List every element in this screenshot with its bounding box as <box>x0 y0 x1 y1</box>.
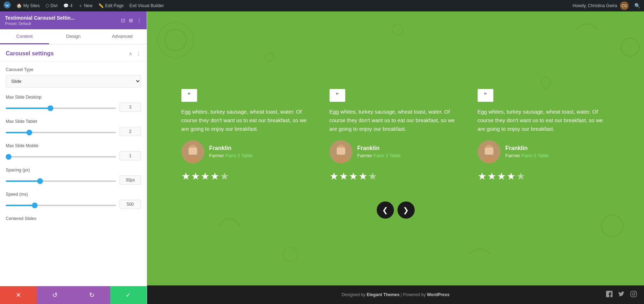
comment-icon: 💬 <box>63 3 69 8</box>
speed-slider[interactable] <box>6 205 116 206</box>
card-text: Egg whites, turkey sausage, wheat toast,… <box>181 108 314 133</box>
max-slide-mobile-row <box>6 151 141 160</box>
spacing-value[interactable] <box>119 175 141 185</box>
my-sites-item[interactable]: 🏠 My Sites <box>16 3 40 8</box>
author-link[interactable]: Farm 2 Table <box>225 153 253 158</box>
max-slide-desktop-value[interactable] <box>119 103 141 112</box>
speed-value[interactable] <box>119 200 141 209</box>
footer-text: Designed by Elegant Themes | Powered by … <box>342 292 450 297</box>
redo-icon: ↻ <box>89 291 94 299</box>
site-footer: Designed by Elegant Themes | Powered by … <box>147 285 644 304</box>
redo-button[interactable]: ↻ <box>73 286 110 304</box>
main-layout: Testimonial Carousel Settin... Preset: D… <box>0 11 644 304</box>
comment-count: 4 <box>70 3 73 8</box>
svg-point-25 <box>635 292 636 293</box>
grid-icon[interactable]: ⊞ <box>129 18 133 23</box>
svg-rect-23 <box>631 291 636 297</box>
max-slide-tablet-slider[interactable] <box>6 132 116 133</box>
quote-box: " <box>181 89 197 102</box>
svg-rect-5 <box>265 52 275 62</box>
reset-button[interactable]: ↺ <box>37 286 74 304</box>
elegant-themes-link[interactable]: Elegant Themes <box>367 292 400 297</box>
author-link[interactable]: Farm 2 Table <box>374 153 401 158</box>
twitter-icon[interactable] <box>618 291 625 299</box>
carousel-card: " Egg whites, turkey sausage, wheat toas… <box>178 85 317 186</box>
spacing-slider-container <box>6 177 116 183</box>
max-slide-desktop-slider[interactable] <box>6 108 116 109</box>
max-slide-tablet-field: Max Slide Tablet <box>6 119 141 136</box>
max-slide-mobile-label: Max Slide Mobile <box>6 143 141 148</box>
search-icon[interactable]: 🔍 <box>634 3 640 9</box>
edit-page-label: Edit Page <box>105 3 124 8</box>
author-link[interactable]: Farm 2 Table <box>522 153 549 158</box>
tab-design[interactable]: Design <box>49 29 98 44</box>
fullscreen-icon[interactable]: ⊡ <box>121 18 125 23</box>
max-slide-tablet-value[interactable] <box>119 127 141 136</box>
max-slide-desktop-label: Max Slide Desktop <box>6 95 141 100</box>
author-name: Franklin <box>506 145 549 151</box>
card-author: Franklin Farmer Farm 2 Table <box>330 140 462 163</box>
centered-slides-field: Centered Slides <box>6 216 141 221</box>
bottom-action-bar: ✕ ↺ ↻ ✓ <box>0 286 147 304</box>
carousel-next-button[interactable]: ❯ <box>397 201 415 219</box>
save-button[interactable]: ✓ <box>110 286 147 304</box>
speed-label: Speed (ms) <box>6 192 141 197</box>
exit-builder-item[interactable]: Exit Visual Builder <box>130 3 164 8</box>
author-title-row: Farmer Farm 2 Table <box>506 152 549 159</box>
card-text: Egg whites, turkey sausage, wheat toast,… <box>478 108 610 133</box>
speed-row <box>6 200 141 209</box>
carousel-prev-button[interactable]: ❮ <box>377 201 394 219</box>
divi-item[interactable]: ⬡ Divi <box>45 3 58 8</box>
designed-by-text: Designed by <box>342 292 367 297</box>
next-icon: ❯ <box>403 206 409 214</box>
edit-page-item[interactable]: ✏️ Edit Page <box>98 3 124 8</box>
svg-point-8 <box>283 247 297 261</box>
svg-point-3 <box>158 22 194 58</box>
max-slide-mobile-slider-container <box>6 153 116 159</box>
svg-point-4 <box>621 38 639 56</box>
reset-icon: ↺ <box>52 291 58 299</box>
panel-header: Testimonial Carousel Settin... Preset: D… <box>0 11 147 29</box>
instagram-icon[interactable] <box>630 291 637 299</box>
author-avatar <box>181 140 204 163</box>
speed-slider-container <box>6 201 116 208</box>
max-slide-desktop-field: Max Slide Desktop <box>6 95 141 112</box>
author-name: Franklin <box>357 145 401 151</box>
section-menu-icon[interactable]: ⋮ <box>136 51 141 56</box>
max-slide-mobile-value[interactable] <box>119 151 141 160</box>
new-item[interactable]: ＋ New <box>78 3 93 9</box>
collapse-icon[interactable]: ∧ <box>129 51 132 56</box>
wordpress-link[interactable]: WordPress <box>427 292 449 297</box>
exit-builder-label: Exit Visual Builder <box>130 3 164 8</box>
author-title: Farmer <box>209 153 226 158</box>
user-avatar: CG <box>620 1 629 10</box>
panel-header-icons: ⊡ ⊞ ⋮ <box>121 18 142 23</box>
max-slide-desktop-slider-container <box>6 104 116 110</box>
author-title: Farmer <box>506 153 522 158</box>
divi-icon: ⬡ <box>45 3 49 8</box>
svg-rect-22 <box>485 148 493 155</box>
my-sites-label: My Sites <box>23 3 40 8</box>
svg-rect-18 <box>337 148 345 155</box>
dots-menu-icon[interactable]: ⋮ <box>137 18 142 23</box>
carousel-type-select[interactable]: Slide Fade Cube <box>6 75 141 88</box>
wp-logo-item[interactable]: W <box>4 1 11 10</box>
carousel-preview: " Egg whites, turkey sausage, wheat toas… <box>147 11 644 285</box>
spacing-slider[interactable] <box>6 180 116 182</box>
max-slide-mobile-slider[interactable] <box>6 156 116 158</box>
max-slide-desktop-row <box>6 103 141 112</box>
tab-content[interactable]: Content <box>0 29 49 44</box>
max-slide-tablet-slider-container <box>6 128 116 135</box>
author-avatar <box>330 140 352 163</box>
spacing-row <box>6 175 141 185</box>
svg-point-6 <box>392 24 403 35</box>
carousel-type-field: Carousel Type Slide Fade Cube <box>6 67 141 88</box>
facebook-icon[interactable] <box>606 291 613 299</box>
footer-social <box>606 291 637 299</box>
cancel-button[interactable]: ✕ <box>0 286 37 304</box>
tab-advanced[interactable]: Advanced <box>98 29 147 44</box>
spacing-label: Spacing (px) <box>6 168 141 173</box>
new-label: New <box>84 3 93 8</box>
comments-item[interactable]: 💬 4 <box>63 3 73 8</box>
author-info: Franklin Farmer Farm 2 Table <box>357 145 401 159</box>
